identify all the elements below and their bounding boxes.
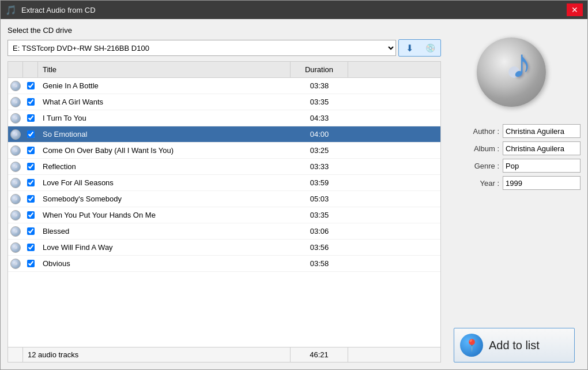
add-icon: 📍 [460,334,483,357]
table-row[interactable]: Genie In A Bottle03:38 [8,78,440,94]
table-row[interactable]: Come On Over Baby (All I Want Is You)03:… [8,143,440,159]
table-row[interactable]: When You Put Your Hands On Me03:35 [8,207,440,223]
drive-selector: E: TSSTcorp DVD+-RW SH-216BB D100 ⬇ 💿 [7,39,441,57]
table-row[interactable]: Reflection03:33 [8,159,440,175]
disc-inner [14,246,17,249]
title-bar: 🎵 Extract Audio from CD ✕ [1,1,587,19]
track-checkbox[interactable] [27,130,35,138]
track-disc-icon [8,226,23,237]
track-title: I Turn To You [38,114,291,122]
track-checkbox-cell [23,130,38,138]
status-duration: 46:21 [291,347,348,362]
track-checkbox-cell [23,98,38,106]
disc-inner [14,100,17,103]
track-checkbox[interactable] [27,98,35,106]
disc-inner [14,262,17,265]
genre-input[interactable] [503,159,581,173]
track-checkbox[interactable] [27,82,35,89]
disc-inner [14,165,17,168]
track-disc-icon [8,242,23,253]
author-row: Author : [448,124,581,138]
track-title: Come On Over Baby (All I Want Is You) [38,146,291,155]
track-checkbox[interactable] [27,195,35,203]
track-title: Blessed [38,227,291,236]
album-label: Album : [468,144,499,153]
add-to-list-button[interactable]: 📍 Add to list [454,328,575,362]
track-checkbox-cell [23,82,38,89]
drive-label: Select the CD drive [7,26,441,35]
drive-dropdown[interactable]: E: TSSTcorp DVD+-RW SH-216BB D100 [7,40,396,56]
track-checkbox[interactable] [27,147,35,154]
track-checkbox[interactable] [27,179,35,186]
year-label: Year : [468,179,499,188]
table-row[interactable]: Somebody's Somebody05:03 [8,191,440,207]
cd-eject-button[interactable]: 💿 [420,40,440,56]
close-button[interactable]: ✕ [567,3,583,16]
track-duration: 04:33 [291,114,348,122]
add-icon-symbol: 📍 [465,338,479,352]
table-row[interactable]: Love Will Find A Way03:56 [8,240,440,256]
track-duration: 03:38 [291,81,348,90]
track-duration: 03:35 [291,98,348,106]
disc-inner [14,133,17,136]
left-panel: Select the CD drive E: TSSTcorp DVD+-RW … [7,26,441,362]
disc-icon [10,129,21,140]
track-checkbox[interactable] [27,163,35,170]
table-row[interactable]: Obvious03:58 [8,256,440,272]
header-duration-col: Duration [291,62,348,77]
table-row[interactable]: So Emotional04:00 [8,126,440,143]
table-row[interactable]: Blessed03:06 [8,223,440,240]
right-panel: ♪ Author : Album : Genre : Year : [448,26,581,362]
track-list: Genie In A Bottle03:38What A Girl Wants0… [8,78,440,347]
track-duration: 03:06 [291,227,348,236]
track-title: Obvious [38,259,291,268]
track-checkbox[interactable] [27,227,35,235]
track-duration: 03:35 [291,211,348,219]
track-checkbox[interactable] [27,244,35,251]
track-disc-icon [8,97,23,107]
disc-icon [10,178,21,188]
album-input[interactable] [503,141,581,155]
cd-artwork: ♪ [474,32,555,113]
track-title: So Emotional [38,130,291,139]
track-title: Love Will Find A Way [38,243,291,252]
track-title: Reflection [38,162,291,171]
download-drive-button[interactable]: ⬇ [399,40,420,56]
track-checkbox-cell [23,195,38,203]
cd-icon: 💿 [425,43,435,53]
author-input[interactable] [503,124,581,138]
disc-icon [10,242,21,253]
track-checkbox-cell [23,147,38,154]
disc-inner [14,181,17,184]
table-row[interactable]: I Turn To You04:33 [8,110,440,126]
disc-inner [14,149,17,152]
track-checkbox-cell [23,114,38,122]
track-disc-icon [8,113,23,124]
track-duration: 04:00 [291,130,348,139]
title-bar-left: 🎵 Extract Audio from CD [5,5,96,16]
track-duration: 03:33 [291,162,348,171]
header-check-col [23,62,38,77]
track-checkbox[interactable] [27,211,35,219]
table-row[interactable]: What A Girl Wants03:35 [8,94,440,110]
track-disc-icon [8,145,23,156]
disc-inner [14,214,17,216]
track-checkbox[interactable] [27,260,35,267]
music-note-icon: 🎵 [5,5,17,16]
year-input[interactable] [503,176,581,190]
track-title: Genie In A Bottle [38,81,291,90]
status-bar: 12 audio tracks 46:21 [8,347,440,362]
track-checkbox-cell [23,227,38,235]
disc-inner [14,230,17,233]
author-label: Author : [468,127,499,136]
track-disc-icon [8,129,23,140]
disc-inner [14,197,17,200]
table-row[interactable]: Love For All Seasons03:59 [8,175,440,191]
cd-music-note: ♪ [511,43,532,84]
track-checkbox[interactable] [27,114,35,122]
track-duration: 03:25 [291,146,348,155]
disc-inner [14,117,17,119]
track-disc-icon [8,178,23,188]
disc-icon [10,81,21,91]
status-track-count: 12 audio tracks [23,347,291,362]
